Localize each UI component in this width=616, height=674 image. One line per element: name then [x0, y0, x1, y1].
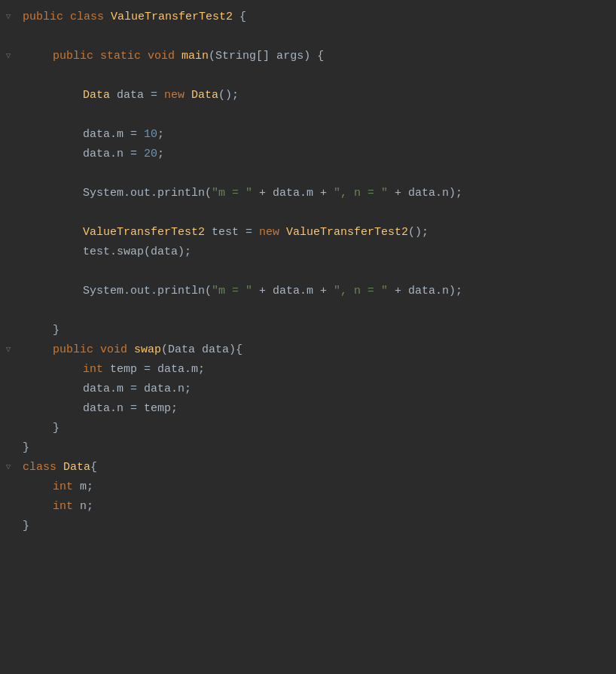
code-editor: ▽public class ValueTransferTest2 {▽publi… — [0, 0, 616, 674]
code-line: data.m = 10; — [0, 125, 616, 145]
line-gutter: ▽ — [0, 343, 17, 357]
code-line: } — [0, 419, 616, 438]
code-line: } — [0, 321, 616, 340]
code-line: int m; — [0, 477, 616, 497]
code-text: data.n = temp; — [17, 400, 608, 418]
code-line — [0, 164, 616, 184]
code-line — [0, 262, 616, 282]
code-line: } — [0, 517, 616, 536]
line-gutter: ▽ — [0, 11, 17, 24]
code-text: public void swap(Data data){ — [17, 341, 608, 359]
fold-icon[interactable]: ▽ — [6, 461, 11, 474]
code-text: System.out.println("m = " + data.m + ", … — [17, 185, 608, 203]
code-line: test.swap(data); — [0, 242, 616, 262]
code-line: data.n = temp; — [0, 399, 616, 419]
code-line: int temp = data.m; — [0, 360, 616, 380]
code-line: ▽public void swap(Data data){ — [0, 340, 616, 360]
line-gutter: ▽ — [0, 461, 17, 474]
code-line — [0, 203, 616, 223]
code-text: class Data{ — [17, 459, 608, 477]
code-text: public static void main(String[] args) { — [17, 47, 608, 66]
code-text: ValueTransferTest2 test = new ValueTrans… — [17, 224, 608, 242]
fold-icon[interactable]: ▽ — [6, 50, 11, 63]
fold-icon[interactable]: ▽ — [6, 11, 11, 24]
code-line: System.out.println("m = " + data.m + ", … — [0, 282, 616, 301]
code-text: int m; — [17, 478, 608, 496]
code-line: ▽class Data{ — [0, 458, 616, 477]
code-text: } — [17, 419, 608, 438]
fold-icon[interactable]: ▽ — [6, 343, 11, 357]
code-text: System.out.println("m = " + data.m + ", … — [17, 282, 608, 300]
code-text: } — [17, 322, 608, 340]
code-line: Data data = new Data(); — [0, 86, 616, 105]
code-line — [0, 105, 616, 125]
code-line — [0, 301, 616, 321]
code-text: data.m = 10; — [17, 126, 608, 144]
code-line: System.out.println("m = " + data.m + ", … — [0, 184, 616, 203]
code-line: ▽public class ValueTransferTest2 { — [0, 8, 616, 27]
code-line: ValueTransferTest2 test = new ValueTrans… — [0, 223, 616, 242]
code-text: } — [17, 517, 608, 535]
code-line: data.n = 20; — [0, 145, 616, 164]
code-text: data.n = 20; — [17, 145, 608, 163]
code-text: } — [17, 439, 608, 457]
code-line — [0, 66, 616, 86]
code-line: } — [0, 438, 616, 458]
code-line: ▽public static void main(String[] args) … — [0, 47, 616, 66]
code-text: int n; — [17, 498, 608, 516]
code-text: test.swap(data); — [17, 243, 608, 261]
code-text: public class ValueTransferTest2 { — [17, 8, 608, 26]
code-line: int n; — [0, 497, 616, 517]
line-gutter: ▽ — [0, 50, 17, 63]
code-text: int temp = data.m; — [17, 361, 608, 379]
code-line: data.m = data.n; — [0, 380, 616, 399]
code-text: data.m = data.n; — [17, 380, 608, 398]
code-text: Data data = new Data(); — [17, 87, 608, 105]
code-line — [0, 27, 616, 47]
